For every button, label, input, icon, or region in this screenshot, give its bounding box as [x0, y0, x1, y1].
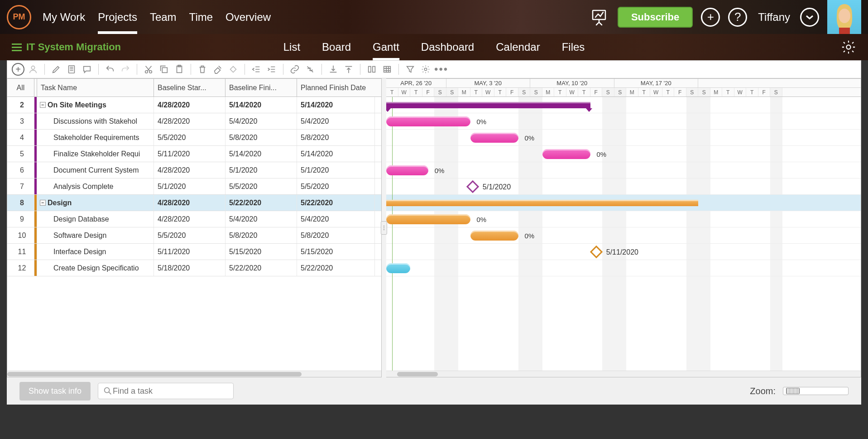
diamond-icon[interactable] — [226, 63, 240, 76]
task-bar[interactable] — [386, 263, 410, 273]
expand-icon[interactable]: − — [40, 200, 46, 206]
planned-finish[interactable]: 5/15/2020 — [297, 244, 375, 260]
baseline-finish[interactable]: 5/14/2020 — [225, 146, 297, 162]
table-row[interactable]: 7Analysis Complete5/1/20205/5/20205/5/20… — [7, 178, 381, 195]
project-name[interactable]: IT System Migration — [26, 41, 121, 53]
subnav-tab-list[interactable]: List — [283, 34, 300, 60]
task-bar[interactable] — [470, 133, 518, 143]
settings-icon[interactable] — [841, 39, 856, 55]
planned-finish[interactable]: 5/8/2020 — [297, 227, 375, 243]
expand-icon[interactable]: − — [40, 102, 46, 108]
table-row[interactable]: 3Discussions with Stakehol4/28/20205/4/2… — [7, 113, 381, 130]
topnav-tab-projects[interactable]: Projects — [98, 0, 137, 34]
notes-icon[interactable] — [65, 63, 78, 76]
baseline-finish[interactable]: 5/14/2020 — [225, 97, 297, 113]
task-bar[interactable] — [386, 116, 470, 126]
gantt-row[interactable]: 0% — [386, 211, 861, 227]
task-name-cell[interactable]: Design Database — [37, 211, 154, 227]
baseline-finish[interactable]: 5/4/2020 — [225, 113, 297, 129]
baseline-start[interactable]: 5/11/2020 — [154, 146, 225, 162]
help-button[interactable]: ? — [728, 8, 747, 27]
user-menu-chevron[interactable] — [800, 8, 819, 27]
delete-icon[interactable] — [196, 63, 209, 76]
columns-icon[interactable] — [365, 63, 379, 76]
gantt-body[interactable]: 0%0%0%0%5/1/20200%0%5/11/2020 — [386, 97, 861, 371]
baseline-start[interactable]: 4/28/2020 — [154, 195, 225, 211]
baseline-finish[interactable]: 5/22/2020 — [225, 195, 297, 211]
cut-icon[interactable] — [142, 63, 155, 76]
header-task-name[interactable]: Task Name — [37, 79, 154, 96]
task-name-cell[interactable]: Document Current System — [37, 162, 154, 178]
planned-finish[interactable]: 5/8/2020 — [297, 130, 375, 145]
task-bar[interactable] — [542, 149, 590, 159]
gantt-row[interactable]: 5/1/2020 — [386, 178, 861, 195]
planned-finish[interactable]: 5/4/2020 — [297, 211, 375, 227]
baseline-finish[interactable]: 5/8/2020 — [225, 227, 297, 243]
topnav-tab-my-work[interactable]: My Work — [43, 0, 85, 34]
edit-icon[interactable] — [49, 63, 63, 76]
planned-finish[interactable]: 5/14/2020 — [297, 146, 375, 162]
gantt-row[interactable]: 5/11/2020 — [386, 244, 861, 260]
planned-finish[interactable]: 5/22/2020 — [297, 260, 375, 276]
presentation-icon[interactable] — [589, 7, 609, 28]
baseline-finish[interactable]: 5/1/2020 — [225, 162, 297, 178]
planned-finish[interactable]: 5/14/2020 — [297, 97, 375, 113]
baseline-start[interactable]: 5/5/2020 — [154, 130, 225, 145]
subnav-tab-dashboard[interactable]: Dashboard — [421, 34, 474, 60]
gantt-hscroll[interactable] — [386, 371, 861, 377]
gantt-row[interactable]: 0% — [386, 130, 861, 146]
table-row[interactable]: 6Document Current System4/28/20205/1/202… — [7, 162, 381, 178]
baseline-start[interactable]: 4/28/2020 — [154, 97, 225, 113]
table-row[interactable]: 10Software Design5/5/20205/8/20205/8/202… — [7, 227, 381, 244]
baseline-start[interactable]: 4/28/2020 — [154, 162, 225, 178]
topnav-tab-team[interactable]: Team — [150, 0, 177, 34]
redo-icon[interactable] — [119, 63, 132, 76]
task-name-cell[interactable]: Finalize Stakeholder Requi — [37, 146, 154, 162]
table-row[interactable]: 9Design Database4/28/20205/4/20205/4/202… — [7, 211, 381, 227]
summary-bar[interactable] — [386, 102, 590, 108]
table-row[interactable]: 2−On Site Meetings4/28/20205/14/20205/14… — [7, 97, 381, 113]
assign-icon[interactable] — [26, 63, 40, 76]
find-task-search[interactable] — [98, 383, 234, 399]
baseline-start[interactable]: 5/11/2020 — [154, 244, 225, 260]
header-planned-finish[interactable]: Planned Finish Date — [297, 79, 375, 96]
subnav-tab-files[interactable]: Files — [562, 34, 585, 60]
gear-icon[interactable] — [419, 63, 432, 76]
header-baseline-start[interactable]: Baseline Star... — [154, 79, 225, 96]
logo[interactable]: PM — [7, 5, 31, 29]
show-task-info-button[interactable]: Show task info — [19, 382, 91, 400]
gantt-row[interactable] — [386, 195, 861, 211]
baseline-finish[interactable]: 5/15/2020 — [225, 244, 297, 260]
gantt-row[interactable]: 0% — [386, 162, 861, 178]
add-task-button[interactable]: + — [12, 63, 24, 76]
gantt-row[interactable]: 0% — [386, 113, 861, 130]
summary-bar[interactable] — [386, 200, 698, 206]
undo-icon[interactable] — [103, 63, 117, 76]
baseline-finish[interactable]: 5/4/2020 — [225, 211, 297, 227]
gantt-row[interactable]: 0% — [386, 227, 861, 244]
table-row[interactable]: 8−Design4/28/20205/22/20205/22/2020 — [7, 195, 381, 211]
add-button[interactable]: + — [701, 8, 720, 27]
baseline-start[interactable]: 4/28/2020 — [154, 113, 225, 129]
indent-icon[interactable] — [265, 63, 278, 76]
baseline-start[interactable]: 5/5/2020 — [154, 227, 225, 243]
table-row[interactable]: 5Finalize Stakeholder Requi5/11/20205/14… — [7, 146, 381, 162]
comment-icon[interactable] — [80, 63, 94, 76]
task-name-cell[interactable]: Analysis Complete — [37, 178, 154, 194]
gantt-row[interactable] — [386, 260, 861, 276]
clear-icon[interactable] — [211, 63, 225, 76]
table-icon[interactable] — [380, 63, 394, 76]
table-row[interactable]: 11Interface Design5/11/20205/15/20205/15… — [7, 244, 381, 260]
subnav-tab-gantt[interactable]: Gantt — [373, 34, 399, 60]
task-name-cell[interactable]: Discussions with Stakehol — [37, 113, 154, 129]
copy-icon[interactable] — [157, 63, 171, 76]
task-bar[interactable] — [386, 214, 470, 224]
baseline-start[interactable]: 5/18/2020 — [154, 260, 225, 276]
task-name-cell[interactable]: −On Site Meetings — [37, 97, 154, 113]
link-icon[interactable] — [288, 63, 302, 76]
subnav-tab-calendar[interactable]: Calendar — [496, 34, 540, 60]
milestone-marker[interactable] — [466, 180, 479, 193]
task-name-cell[interactable]: Interface Design — [37, 244, 154, 260]
unlink-icon[interactable] — [303, 63, 317, 76]
task-name-cell[interactable]: Software Design — [37, 227, 154, 243]
